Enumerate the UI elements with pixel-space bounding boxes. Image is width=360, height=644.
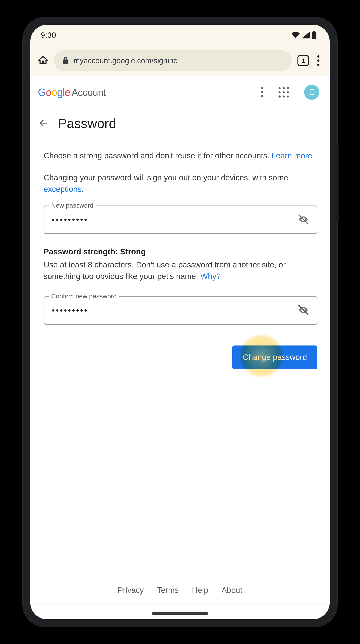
page-title-row: Password — [30, 108, 330, 135]
confirm-password-value: ••••••••• — [52, 306, 293, 315]
description-1: Choose a strong password and don't reuse… — [44, 150, 317, 162]
exceptions-link[interactable]: exceptions — [44, 185, 82, 194]
back-button[interactable] — [38, 118, 48, 129]
account-avatar[interactable]: E — [304, 85, 319, 100]
address-bar[interactable]: myaccount.google.com/signinc — [54, 50, 292, 71]
footer-links: Privacy Terms Help About — [30, 586, 330, 595]
toggle-visibility-icon[interactable] — [298, 214, 309, 226]
account-label: Account — [72, 87, 106, 98]
new-password-value: ••••••••• — [52, 215, 293, 224]
why-link[interactable]: Why? — [200, 272, 220, 281]
page-title: Password — [58, 116, 116, 131]
confirm-password-label: Confirm new password — [49, 292, 119, 300]
learn-more-link[interactable]: Learn more — [272, 151, 312, 160]
app-header: GoogleAccount E — [30, 76, 330, 108]
home-button[interactable] — [38, 55, 48, 66]
confirm-password-field: Confirm new password ••••••••• — [44, 296, 317, 325]
battery-icon — [312, 31, 316, 39]
footer-terms-link[interactable]: Terms — [157, 586, 179, 595]
tabs-count: 1 — [302, 57, 305, 64]
new-password-field: New password ••••••••• — [44, 206, 317, 234]
url-text: myaccount.google.com/signinc — [74, 56, 177, 65]
action-row: Change password — [44, 346, 317, 369]
new-password-input[interactable]: ••••••••• — [44, 206, 317, 234]
footer-about-link[interactable]: About — [222, 586, 242, 595]
cellular-icon — [302, 32, 310, 38]
gesture-nav-bar[interactable] — [152, 612, 208, 615]
new-password-label: New password — [49, 202, 96, 209]
bottom-divider — [30, 604, 330, 604]
header-overflow-button[interactable] — [261, 87, 263, 97]
change-password-button[interactable]: Change password — [232, 346, 317, 369]
body-content: Choose a strong password and don't reuse… — [30, 135, 330, 369]
footer-privacy-link[interactable]: Privacy — [118, 586, 144, 595]
device-side-button — [337, 146, 339, 222]
password-strength-label: Password strength: Strong — [44, 247, 317, 256]
footer-help-link[interactable]: Help — [192, 586, 208, 595]
page-content: GoogleAccount E Passwo — [30, 76, 330, 620]
status-bar: 9:30 — [30, 24, 330, 46]
status-time: 9:30 — [41, 31, 56, 40]
apps-launcher-icon[interactable] — [278, 87, 289, 98]
wifi-icon — [292, 32, 300, 38]
password-help-text: Use at least 8 characters. Don't use a p… — [44, 259, 317, 282]
lock-icon — [62, 57, 69, 64]
google-logo: GoogleAccount — [38, 86, 106, 98]
tabs-button[interactable]: 1 — [298, 55, 309, 66]
browser-overflow-button[interactable] — [314, 55, 322, 66]
toggle-visibility-icon[interactable] — [298, 304, 309, 317]
device-frame: 9:30 myaccount.google.com/signinc 1 — [23, 17, 337, 627]
description-2: Changing your password will sign you out… — [44, 172, 317, 195]
screen: 9:30 myaccount.google.com/signinc 1 — [30, 24, 330, 620]
confirm-password-input[interactable]: ••••••••• — [44, 296, 317, 325]
status-icons — [292, 31, 316, 39]
browser-toolbar: myaccount.google.com/signinc 1 — [30, 46, 330, 76]
